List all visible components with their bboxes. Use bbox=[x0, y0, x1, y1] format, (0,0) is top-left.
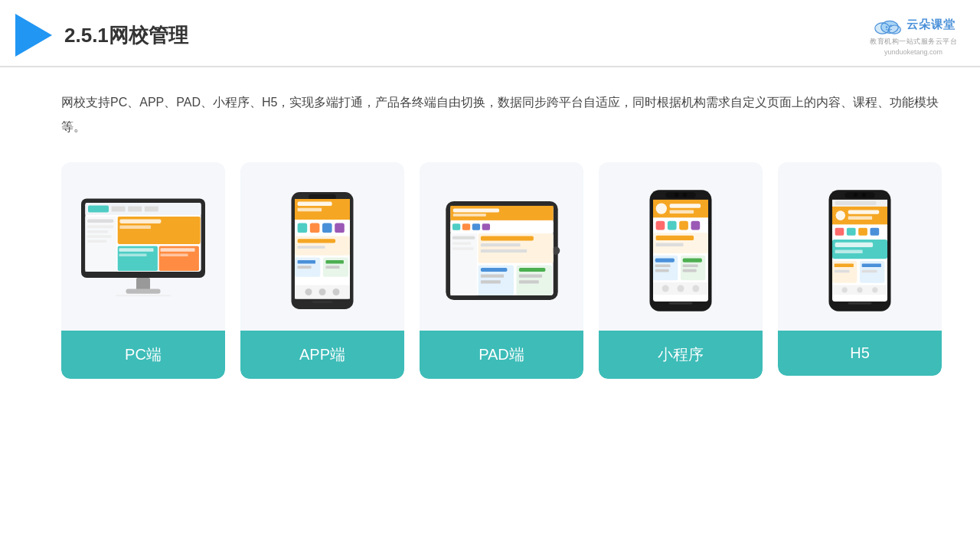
svg-rect-62 bbox=[452, 208, 498, 212]
svg-point-6 bbox=[886, 26, 887, 28]
pc-label: PC端 bbox=[61, 331, 225, 379]
svg-rect-38 bbox=[298, 207, 322, 211]
svg-rect-51 bbox=[326, 260, 344, 264]
svg-rect-25 bbox=[119, 248, 154, 252]
svg-rect-17 bbox=[87, 226, 113, 229]
svg-rect-74 bbox=[480, 236, 533, 240]
svg-point-91 bbox=[656, 203, 667, 214]
svg-rect-45 bbox=[298, 239, 336, 243]
svg-rect-37 bbox=[298, 201, 332, 205]
app-label: APP端 bbox=[240, 331, 404, 379]
svg-rect-139 bbox=[862, 269, 877, 272]
svg-rect-72 bbox=[452, 247, 473, 249]
svg-rect-135 bbox=[835, 263, 854, 267]
svg-rect-105 bbox=[655, 269, 669, 272]
svg-rect-128 bbox=[847, 227, 856, 235]
svg-rect-96 bbox=[668, 220, 677, 230]
svg-point-7 bbox=[890, 24, 891, 26]
description-text: 网校支持PC、APP、PAD、小程序、H5，实现多端打通，产品各终端自由切换，数… bbox=[61, 90, 942, 139]
svg-rect-84 bbox=[518, 280, 538, 283]
svg-rect-98 bbox=[691, 220, 701, 230]
svg-rect-57 bbox=[312, 301, 333, 303]
svg-point-54 bbox=[305, 289, 312, 295]
svg-point-89 bbox=[683, 192, 687, 196]
svg-rect-92 bbox=[670, 204, 701, 207]
brand-name: 云朵课堂 bbox=[906, 18, 956, 32]
svg-rect-42 bbox=[322, 223, 332, 233]
svg-rect-43 bbox=[335, 223, 345, 233]
svg-rect-136 bbox=[835, 269, 850, 272]
svg-rect-52 bbox=[326, 266, 340, 269]
svg-rect-14 bbox=[145, 206, 158, 211]
svg-rect-16 bbox=[87, 220, 113, 223]
brand-url: yunduoketang.com bbox=[884, 48, 942, 56]
svg-point-88 bbox=[675, 192, 678, 196]
svg-rect-41 bbox=[310, 223, 320, 233]
cloud-brand-icon bbox=[871, 15, 902, 35]
svg-point-56 bbox=[333, 289, 340, 295]
pad-image-area bbox=[420, 162, 583, 331]
svg-rect-65 bbox=[452, 223, 459, 230]
main-content: 网校支持PC、APP、PAD、小程序、H5，实现多端打通，产品各终端自由切换，数… bbox=[0, 67, 980, 394]
svg-rect-108 bbox=[683, 264, 698, 267]
svg-rect-101 bbox=[656, 243, 684, 246]
pad-tablet-icon bbox=[443, 187, 561, 314]
svg-rect-63 bbox=[452, 214, 485, 216]
svg-rect-97 bbox=[679, 220, 688, 230]
svg-rect-26 bbox=[119, 254, 147, 257]
logo-triangle-icon bbox=[15, 14, 52, 57]
svg-rect-121 bbox=[835, 201, 877, 204]
svg-rect-82 bbox=[518, 267, 544, 271]
svg-rect-117 bbox=[844, 192, 875, 198]
svg-rect-67 bbox=[472, 223, 479, 230]
svg-rect-18 bbox=[87, 230, 108, 233]
svg-rect-95 bbox=[656, 220, 665, 230]
svg-rect-104 bbox=[655, 264, 671, 267]
svg-point-143 bbox=[872, 287, 877, 292]
miniapp-card: 小程序 bbox=[599, 162, 763, 379]
svg-rect-35 bbox=[309, 194, 336, 199]
pc-monitor-icon bbox=[74, 189, 212, 311]
brand-logo: 云朵课堂 教育机构一站式服务云平台 yunduoketang.com bbox=[870, 15, 957, 56]
pad-label: PAD端 bbox=[420, 331, 583, 379]
svg-point-113 bbox=[692, 285, 699, 292]
svg-rect-12 bbox=[112, 206, 126, 211]
app-phone-icon bbox=[288, 187, 357, 314]
svg-rect-70 bbox=[452, 236, 474, 239]
svg-rect-19 bbox=[87, 235, 112, 238]
svg-point-112 bbox=[678, 285, 684, 292]
svg-rect-79 bbox=[480, 274, 503, 277]
svg-rect-107 bbox=[683, 258, 702, 262]
svg-rect-11 bbox=[88, 206, 109, 213]
svg-rect-49 bbox=[298, 266, 312, 269]
svg-rect-28 bbox=[161, 248, 195, 252]
svg-rect-83 bbox=[518, 274, 541, 277]
svg-point-118 bbox=[854, 192, 858, 196]
svg-rect-80 bbox=[480, 280, 500, 283]
svg-point-55 bbox=[319, 289, 326, 295]
svg-rect-23 bbox=[119, 226, 151, 230]
svg-point-142 bbox=[857, 287, 862, 292]
h5-image-area bbox=[778, 162, 942, 331]
page-header: 2.5.1网校管理 云朵课堂 教育机构一站式服务云平台 yunduoketang… bbox=[0, 0, 980, 67]
svg-rect-20 bbox=[87, 240, 106, 243]
brand-logo-top: 云朵课堂 bbox=[871, 15, 956, 35]
svg-rect-76 bbox=[480, 249, 526, 252]
svg-rect-100 bbox=[656, 235, 694, 240]
svg-rect-61 bbox=[450, 205, 553, 220]
svg-rect-66 bbox=[462, 223, 469, 230]
miniapp-label: 小程序 bbox=[599, 331, 763, 379]
app-card: APP端 bbox=[240, 162, 404, 379]
pad-card: PAD端 bbox=[420, 162, 583, 379]
svg-rect-127 bbox=[835, 227, 844, 235]
app-image-area bbox=[240, 162, 404, 331]
svg-rect-68 bbox=[482, 223, 489, 230]
svg-rect-87 bbox=[665, 192, 696, 198]
cards-container: PC端 bbox=[61, 162, 942, 379]
svg-rect-132 bbox=[835, 242, 874, 246]
svg-rect-48 bbox=[298, 260, 315, 264]
svg-rect-138 bbox=[862, 263, 881, 267]
svg-rect-29 bbox=[161, 254, 188, 257]
svg-rect-15 bbox=[85, 217, 116, 272]
page-title: 2.5.1网校管理 bbox=[64, 22, 188, 49]
